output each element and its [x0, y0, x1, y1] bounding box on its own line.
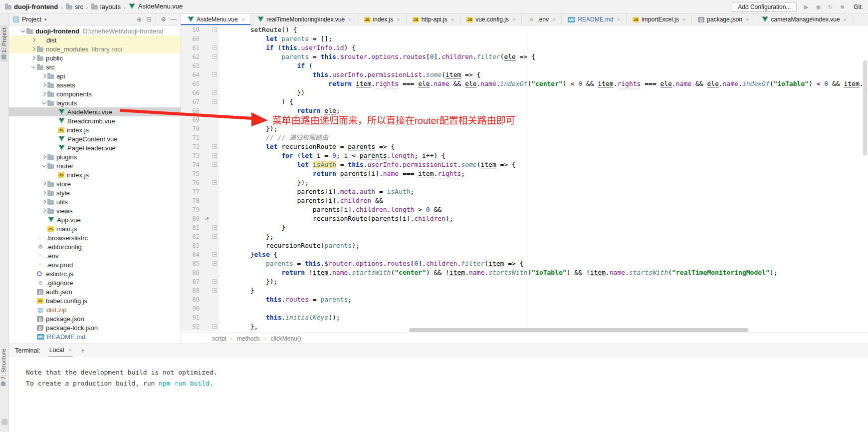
git-label[interactable]: Git:: [854, 3, 863, 10]
fold-marker-icon[interactable]: −: [213, 144, 217, 149]
tree-row[interactable]: JSmain.js: [9, 224, 181, 233]
debug-button[interactable]: ◉: [814, 3, 822, 10]
tree-row[interactable]: dist: [9, 35, 181, 44]
tree-row[interactable]: ⚙.editorconfig: [9, 242, 181, 251]
close-icon[interactable]: ×: [69, 347, 72, 353]
fold-marker-icon[interactable]: −: [213, 72, 217, 77]
fold-marker-icon[interactable]: −: [213, 45, 217, 50]
project-tool-button[interactable]: 1: Project: [0, 25, 7, 61]
tree-row[interactable]: JSindex.js: [9, 125, 181, 134]
chevron-right-icon[interactable]: [29, 38, 37, 41]
tree-row[interactable]: src: [9, 62, 181, 71]
run-button[interactable]: ▶: [802, 3, 810, 10]
coverage-button[interactable]: ↻: [826, 3, 834, 10]
editor-tab[interactable]: JSindex.js×: [358, 14, 407, 25]
chevron-right-icon[interactable]: [40, 200, 47, 203]
vertical-scrollbar[interactable]: [863, 60, 867, 155]
breadcrumb-item[interactable]: src: [66, 3, 83, 10]
close-icon[interactable]: ×: [746, 16, 749, 22]
tree-row[interactable]: ≡.env.prod: [9, 260, 181, 269]
terminal-tab-local[interactable]: Local ×: [48, 344, 73, 357]
chevron-down-icon[interactable]: ▾: [44, 17, 47, 22]
tree-row[interactable]: assets: [9, 80, 181, 89]
fold-marker-icon[interactable]: −: [213, 261, 217, 266]
terminal-tool-icon[interactable]: [1, 419, 7, 425]
chevron-right-icon[interactable]: [40, 209, 47, 212]
tree-row[interactable]: utils: [9, 197, 181, 206]
close-icon[interactable]: ×: [682, 16, 685, 22]
terminal-label[interactable]: Terminal:: [15, 347, 40, 354]
locate-icon[interactable]: ⊕: [137, 16, 142, 23]
close-icon[interactable]: ×: [617, 16, 620, 22]
tree-row[interactable]: api: [9, 71, 181, 80]
chevron-down-icon[interactable]: [19, 30, 26, 32]
fold-marker-icon[interactable]: −: [213, 90, 217, 95]
chevron-right-icon[interactable]: [40, 155, 47, 158]
close-icon[interactable]: ×: [552, 16, 555, 22]
editor-breadcrumb-item[interactable]: clickMenu(): [270, 335, 301, 342]
new-terminal-button[interactable]: +: [81, 347, 85, 355]
fold-marker-icon[interactable]: −: [213, 162, 217, 167]
breadcrumb-item[interactable]: layouts: [91, 3, 121, 10]
tree-row[interactable]: ⊘.gitignore: [9, 278, 181, 287]
tree-row[interactable]: router: [9, 161, 181, 170]
editor-tab[interactable]: {}package.json×: [692, 14, 755, 25]
project-panel-title[interactable]: Project: [22, 16, 41, 23]
tree-row[interactable]: ▤dist.zip: [9, 305, 181, 314]
chevron-right-icon[interactable]: [40, 182, 47, 185]
editor-tab[interactable]: AsideMenu.vue×: [181, 14, 251, 25]
editor-tab[interactable]: MDREADME.md×: [562, 14, 627, 25]
tree-row[interactable]: public: [9, 53, 181, 62]
tree-row[interactable]: JSindex.js: [9, 170, 181, 179]
editor-tab[interactable]: JShttp-api.js×: [407, 14, 460, 25]
fold-marker-icon[interactable]: −: [213, 225, 217, 230]
chevron-right-icon[interactable]: [40, 74, 47, 77]
hide-panel-icon[interactable]: —: [171, 16, 177, 23]
fold-marker-icon[interactable]: −: [213, 153, 217, 158]
tree-row[interactable]: plugins: [9, 152, 181, 161]
tree-row[interactable]: AsideMenu.vue: [9, 107, 181, 116]
add-configuration-button[interactable]: Add Configuration...: [732, 2, 797, 12]
stop-button[interactable]: ■: [838, 3, 846, 10]
close-icon[interactable]: ×: [512, 16, 515, 22]
tree-row[interactable]: style: [9, 188, 181, 197]
fold-marker-icon[interactable]: −: [213, 324, 217, 329]
tree-row[interactable]: ≡.env: [9, 251, 181, 260]
tree-row[interactable]: store: [9, 179, 181, 188]
fold-marker-icon[interactable]: −: [213, 234, 217, 239]
tree-row[interactable]: {}auth.json: [9, 287, 181, 296]
editor-tab[interactable]: realTimeMonitoring\index.vue×: [251, 14, 358, 25]
tree-row[interactable]: PageHeader.vue: [9, 143, 181, 152]
breadcrumb-item[interactable]: AsideMenu.vue: [129, 2, 183, 10]
chevron-down-icon[interactable]: [40, 165, 47, 167]
fold-marker-icon[interactable]: −: [213, 180, 217, 185]
editor-tab[interactable]: JSimportExcel.js×: [627, 14, 692, 25]
tree-row[interactable]: node_moduleslibrary root: [9, 44, 181, 53]
fold-marker-icon[interactable]: −: [213, 288, 217, 293]
close-icon[interactable]: ×: [241, 16, 244, 22]
tree-row[interactable]: {}package-lock.json: [9, 323, 181, 332]
editor-breadcrumb-item[interactable]: methods: [237, 335, 260, 342]
settings-icon[interactable]: ⚙: [161, 16, 166, 23]
collapse-all-icon[interactable]: ⊟: [146, 16, 151, 23]
tree-row[interactable]: ≡.browserslistrc: [9, 233, 181, 242]
recursive-call-icon[interactable]: ↺: [203, 214, 211, 223]
fold-marker-icon[interactable]: −: [213, 99, 217, 104]
chevron-right-icon[interactable]: [29, 47, 37, 50]
fold-marker-icon[interactable]: −: [213, 252, 217, 257]
tree-row[interactable]: duoji-frontendD:\zheheWeb\duoji-frontend: [9, 26, 181, 35]
chevron-right-icon[interactable]: [40, 191, 47, 194]
horizontal-scrollbar[interactable]: [409, 328, 748, 332]
fold-marker-icon[interactable]: −: [213, 54, 217, 59]
chevron-right-icon[interactable]: [40, 92, 47, 95]
chevron-down-icon[interactable]: [29, 66, 37, 68]
tree-row[interactable]: PageContent.vue: [9, 134, 181, 143]
editor-tab[interactable]: JSvue.config.js×: [460, 14, 522, 25]
editor-tab[interactable]: ≡.env×: [522, 14, 562, 25]
tree-row[interactable]: layouts: [9, 98, 181, 107]
close-icon[interactable]: ×: [348, 16, 351, 22]
tree-row[interactable]: components: [9, 89, 181, 98]
close-icon[interactable]: ×: [451, 16, 454, 22]
terminal-output[interactable]: Note that the development build is not o…: [9, 357, 868, 432]
tree-row[interactable]: Breadcrumb.vue: [9, 116, 181, 125]
